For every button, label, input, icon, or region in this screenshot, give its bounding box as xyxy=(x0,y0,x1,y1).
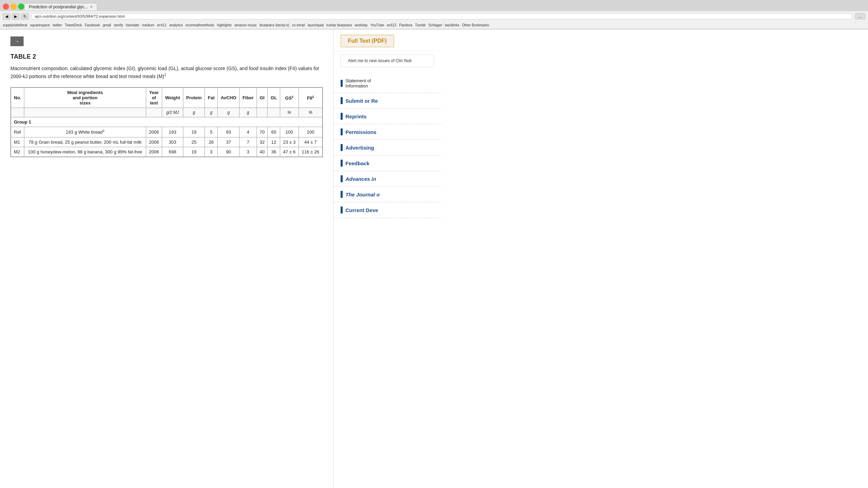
sidebar-item-permissions[interactable]: Permissions xyxy=(334,124,441,140)
bookmark-econmathmethods[interactable]: econmathmethods xyxy=(186,23,214,27)
bookmark-highlights[interactable]: highlights xyxy=(217,23,232,27)
sidebar-item-label: Statement of Information xyxy=(345,78,371,89)
sidebar-item-label: Advertising xyxy=(345,145,374,151)
sidebar-item-current-deve[interactable]: Current Deve xyxy=(334,202,441,218)
row-m1-meal: 78 g Grain bread, 25 g peanut butter, 20… xyxy=(24,137,146,147)
unit-avcho: g xyxy=(218,108,240,117)
col-meal-header: Meal ingredients and portion sizes xyxy=(24,88,146,108)
sidebar-item-the-journal[interactable]: The Journal o xyxy=(334,187,441,202)
browser-chrome: Prediction of postprandial glyc... ✕ ◀ ▶… xyxy=(0,0,868,30)
close-button[interactable] xyxy=(3,3,9,10)
bookmark-facebook[interactable]: Facebook xyxy=(85,23,100,27)
bookmark-workday[interactable]: workday xyxy=(355,23,368,27)
table-row: M1 78 g Grain bread, 25 g peanut butter,… xyxy=(11,137,323,147)
col-weight-header: Weight xyxy=(162,88,183,108)
bookmark-bluejeans[interactable]: bluejeans (becky's) xyxy=(260,23,289,27)
table-row-group1: Group 1 xyxy=(11,117,323,127)
sidebar-item-feedback[interactable]: Feedback xyxy=(334,155,441,171)
sidebar-item-submit-or-reprints[interactable]: Submit or Re xyxy=(334,93,441,109)
bookmarks-bar: supplyisidelleral squarespace twitter Tw… xyxy=(0,22,868,29)
row-ref-fii: 100 xyxy=(299,127,322,137)
row-m2-fat: 3 xyxy=(205,147,218,157)
sidebar-nav: Statement of Information Submit or Re Re… xyxy=(334,70,441,221)
bookmark-backlinks[interactable]: backlinks xyxy=(445,23,459,27)
bookmark-ec411[interactable]: ec411 xyxy=(157,23,166,27)
alert-text: Alert me to new issues of Clin Nutr xyxy=(348,58,412,63)
content-area: → TABLE 2 Macronutrient composition, cal… xyxy=(0,30,868,488)
pdf-button[interactable]: Full Text (PDF) xyxy=(341,35,394,47)
bookmark-supplyisidelleral[interactable]: supplyisidelleral xyxy=(3,23,27,27)
bookmark-squarespace[interactable]: squarespace xyxy=(30,23,50,27)
tab-title: Prediction of postprandial glyc... xyxy=(29,5,88,9)
forward-button[interactable]: ▶ xyxy=(12,13,19,20)
address-field[interactable]: ajcn.nutrition.org/content/93/5/984/T2.e… xyxy=(31,13,853,19)
table-title: TABLE 2 xyxy=(10,53,323,60)
refresh-button[interactable]: ↻ xyxy=(21,13,29,20)
sidebar-item-statement-of-information[interactable]: Statement of Information xyxy=(334,74,441,93)
sidebar-bar-icon xyxy=(341,144,343,151)
tab-close-icon[interactable]: ✕ xyxy=(90,5,93,9)
bookmark-gmail[interactable]: gmail xyxy=(103,23,111,27)
sidebar-bar-icon xyxy=(341,160,343,167)
bookmark-ec612[interactable]: ec612 xyxy=(387,23,396,27)
alert-section: Alert me to new issues of Clin Nutr xyxy=(341,54,434,67)
sidebar-item-advances-in[interactable]: Advances in xyxy=(334,171,441,187)
pdf-section: Full Text (PDF) xyxy=(334,30,441,51)
bookmark-other[interactable]: Other Bookmarks xyxy=(462,23,489,27)
sidebar-item-reprints[interactable]: Reprints xyxy=(334,109,441,124)
col-year-header: Year of test xyxy=(146,88,162,108)
row-m1-gi: 32 xyxy=(257,137,268,147)
row-ref-no: Ref xyxy=(11,127,24,137)
col-gs-header: GS2 xyxy=(280,88,299,108)
bookmark-tushar[interactable]: tushar bluejeans xyxy=(326,23,352,27)
bookmark-pandora[interactable]: Pandora xyxy=(399,23,412,27)
bookmark-twitter[interactable]: twitter xyxy=(53,23,62,27)
window-controls[interactable] xyxy=(3,3,24,10)
sidebar-item-advertising[interactable]: Advertising xyxy=(334,140,441,155)
unit-gs: % xyxy=(280,108,299,117)
col-gi-header: GI xyxy=(257,88,268,108)
table-row: Ref 193 g White bread3 2006 193 19 5 93 … xyxy=(11,127,323,137)
arrow-button[interactable]: → xyxy=(10,36,24,46)
sidebar-item-label: The Journal o xyxy=(345,192,379,197)
go-button[interactable]: … xyxy=(855,13,865,19)
col-gl-header: GL xyxy=(268,88,280,108)
row-m2-fii: 116 ± 26 xyxy=(299,147,322,157)
bookmark-amazon-music[interactable]: amazon music xyxy=(234,23,257,27)
active-tab[interactable]: Prediction of postprandial glyc... ✕ xyxy=(24,3,97,10)
row-m1-fiber: 7 xyxy=(240,137,257,147)
minimize-button[interactable] xyxy=(10,3,17,10)
row-m1-year: 2006 xyxy=(146,137,162,147)
row-m2-gl: 36 xyxy=(268,147,280,157)
col-fii-header: FII2 xyxy=(299,88,322,108)
row-ref-weight: 193 xyxy=(162,127,183,137)
row-m2-fiber: 3 xyxy=(240,147,257,157)
bookmark-translate[interactable]: translate xyxy=(126,23,139,27)
bookmark-tweetdeck[interactable]: TweetDeck xyxy=(65,23,82,27)
row-m2-year: 2006 xyxy=(146,147,162,157)
sidebar-item-label: Current Deve xyxy=(345,207,378,213)
bookmark-schlager[interactable]: Schlager xyxy=(428,23,442,27)
sidebar-bar-icon xyxy=(341,191,343,198)
bookmark-co-email[interactable]: co email xyxy=(292,23,305,27)
row-m2-no: M2 xyxy=(11,147,24,157)
row-ref-fiber: 4 xyxy=(240,127,257,137)
tab-bar: Prediction of postprandial glyc... ✕ xyxy=(0,0,868,11)
row-m2-gs: 47 ± 6 xyxy=(280,147,299,157)
row-ref-meal: 193 g White bread3 xyxy=(24,127,146,137)
col-fiber-header: Fiber xyxy=(240,88,257,108)
bookmark-medium[interactable]: medium xyxy=(142,23,155,27)
bookmark-analytics[interactable]: analytics xyxy=(169,23,183,27)
row-ref-avcho: 93 xyxy=(218,127,240,137)
bookmark-tumblr[interactable]: Tumblr xyxy=(415,23,426,27)
bookmark-storify[interactable]: storify xyxy=(114,23,123,27)
unit-fii: % xyxy=(299,108,322,117)
sidebar-item-label: Feedback xyxy=(345,160,369,166)
back-button[interactable]: ◀ xyxy=(3,13,10,20)
maximize-button[interactable] xyxy=(18,3,24,10)
row-m2-avcho: 90 xyxy=(218,147,240,157)
row-ref-fat: 5 xyxy=(205,127,218,137)
bookmark-youtube[interactable]: YouTube xyxy=(370,23,384,27)
bookmark-launchpad[interactable]: launchpad xyxy=(308,23,324,27)
group1-label: Group 1 xyxy=(11,117,323,127)
